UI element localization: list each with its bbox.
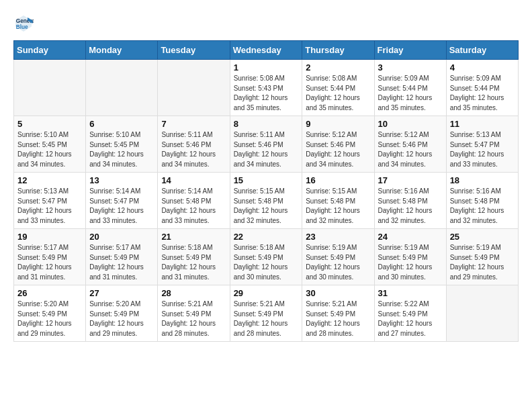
day-number: 28 (161, 288, 226, 298)
day-number: 11 (450, 119, 515, 129)
day-info: Sunrise: 5:09 AM Sunset: 5:44 PM Dayligh… (378, 74, 443, 113)
calendar-cell: 16Sunrise: 5:15 AM Sunset: 5:48 PM Dayli… (302, 173, 374, 229)
page-header: General Blue (13, 13, 519, 34)
calendar-cell: 9Sunrise: 5:12 AM Sunset: 5:46 PM Daylig… (302, 116, 374, 173)
day-number: 1 (234, 62, 299, 73)
calendar-cell: 24Sunrise: 5:19 AM Sunset: 5:49 PM Dayli… (374, 229, 446, 285)
calendar-cell: 21Sunrise: 5:18 AM Sunset: 5:49 PM Dayli… (158, 229, 230, 285)
day-header-saturday: Saturday (446, 41, 518, 60)
day-info: Sunrise: 5:18 AM Sunset: 5:49 PM Dayligh… (161, 243, 226, 282)
day-info: Sunrise: 5:22 AM Sunset: 5:49 PM Dayligh… (378, 300, 443, 338)
day-info: Sunrise: 5:13 AM Sunset: 5:47 PM Dayligh… (17, 187, 82, 226)
day-number: 13 (89, 175, 154, 185)
calendar-cell: 13Sunrise: 5:14 AM Sunset: 5:47 PM Dayli… (86, 173, 158, 229)
day-info: Sunrise: 5:16 AM Sunset: 5:48 PM Dayligh… (450, 187, 515, 226)
day-number: 22 (234, 232, 299, 242)
day-info: Sunrise: 5:10 AM Sunset: 5:45 PM Dayligh… (17, 130, 82, 169)
day-number: 17 (378, 175, 443, 185)
day-number: 27 (89, 288, 154, 298)
day-number: 9 (306, 119, 370, 129)
day-number: 6 (89, 119, 154, 129)
day-number: 2 (306, 62, 370, 73)
day-number: 24 (378, 232, 443, 242)
calendar-cell: 18Sunrise: 5:16 AM Sunset: 5:48 PM Dayli… (446, 173, 518, 229)
calendar-cell: 4Sunrise: 5:09 AM Sunset: 5:44 PM Daylig… (446, 60, 518, 116)
calendar-cell: 7Sunrise: 5:11 AM Sunset: 5:46 PM Daylig… (158, 116, 230, 173)
day-number: 10 (378, 119, 443, 129)
calendar-cell (86, 60, 158, 116)
calendar-week-row: 1Sunrise: 5:08 AM Sunset: 5:43 PM Daylig… (14, 60, 519, 116)
calendar-cell: 25Sunrise: 5:19 AM Sunset: 5:49 PM Dayli… (446, 229, 518, 285)
day-info: Sunrise: 5:20 AM Sunset: 5:49 PM Dayligh… (17, 300, 82, 338)
calendar-cell: 19Sunrise: 5:17 AM Sunset: 5:49 PM Dayli… (14, 229, 86, 285)
calendar-cell: 17Sunrise: 5:16 AM Sunset: 5:48 PM Dayli… (374, 173, 446, 229)
svg-text:Blue: Blue (16, 24, 28, 30)
calendar-cell: 3Sunrise: 5:09 AM Sunset: 5:44 PM Daylig… (374, 60, 446, 116)
day-info: Sunrise: 5:08 AM Sunset: 5:44 PM Dayligh… (306, 74, 370, 113)
day-header-tuesday: Tuesday (158, 41, 230, 60)
day-number: 7 (161, 119, 226, 129)
day-header-friday: Friday (374, 41, 446, 60)
day-number: 26 (17, 288, 82, 298)
calendar-cell: 27Sunrise: 5:20 AM Sunset: 5:49 PM Dayli… (86, 285, 158, 342)
calendar-cell (446, 285, 518, 342)
day-number: 19 (17, 232, 82, 242)
calendar-cell: 8Sunrise: 5:11 AM Sunset: 5:46 PM Daylig… (230, 116, 302, 173)
day-info: Sunrise: 5:12 AM Sunset: 5:46 PM Dayligh… (378, 130, 443, 169)
day-number: 31 (378, 288, 443, 298)
day-header-sunday: Sunday (14, 41, 86, 60)
calendar-week-row: 26Sunrise: 5:20 AM Sunset: 5:49 PM Dayli… (14, 285, 519, 342)
logo-icon: General Blue (13, 13, 34, 34)
calendar-cell: 1Sunrise: 5:08 AM Sunset: 5:43 PM Daylig… (230, 60, 302, 116)
calendar-cell: 29Sunrise: 5:21 AM Sunset: 5:49 PM Dayli… (230, 285, 302, 342)
calendar-header-row: SundayMondayTuesdayWednesdayThursdayFrid… (14, 41, 519, 60)
calendar-cell: 6Sunrise: 5:10 AM Sunset: 5:45 PM Daylig… (86, 116, 158, 173)
day-number: 21 (161, 232, 226, 242)
calendar-cell: 22Sunrise: 5:18 AM Sunset: 5:49 PM Dayli… (230, 229, 302, 285)
calendar-cell: 26Sunrise: 5:20 AM Sunset: 5:49 PM Dayli… (14, 285, 86, 342)
day-info: Sunrise: 5:18 AM Sunset: 5:49 PM Dayligh… (234, 243, 299, 282)
calendar-cell: 11Sunrise: 5:13 AM Sunset: 5:47 PM Dayli… (446, 116, 518, 173)
day-info: Sunrise: 5:16 AM Sunset: 5:48 PM Dayligh… (378, 187, 443, 226)
day-info: Sunrise: 5:13 AM Sunset: 5:47 PM Dayligh… (450, 130, 515, 169)
day-number: 12 (17, 175, 82, 185)
day-number: 23 (306, 232, 370, 242)
day-number: 8 (234, 119, 299, 129)
calendar-cell: 15Sunrise: 5:15 AM Sunset: 5:48 PM Dayli… (230, 173, 302, 229)
day-number: 4 (450, 62, 515, 73)
calendar-cell: 5Sunrise: 5:10 AM Sunset: 5:45 PM Daylig… (14, 116, 86, 173)
day-header-monday: Monday (86, 41, 158, 60)
day-info: Sunrise: 5:09 AM Sunset: 5:44 PM Dayligh… (450, 74, 515, 113)
calendar-cell: 20Sunrise: 5:17 AM Sunset: 5:49 PM Dayli… (86, 229, 158, 285)
day-info: Sunrise: 5:19 AM Sunset: 5:49 PM Dayligh… (378, 243, 443, 282)
logo: General Blue (13, 13, 36, 34)
calendar-cell: 31Sunrise: 5:22 AM Sunset: 5:49 PM Dayli… (374, 285, 446, 342)
calendar-table: SundayMondayTuesdayWednesdayThursdayFrid… (13, 40, 519, 342)
day-number: 16 (306, 175, 370, 185)
calendar-cell (14, 60, 86, 116)
day-info: Sunrise: 5:21 AM Sunset: 5:49 PM Dayligh… (306, 300, 370, 338)
calendar-cell: 30Sunrise: 5:21 AM Sunset: 5:49 PM Dayli… (302, 285, 374, 342)
day-info: Sunrise: 5:19 AM Sunset: 5:49 PM Dayligh… (306, 243, 370, 282)
calendar-cell: 2Sunrise: 5:08 AM Sunset: 5:44 PM Daylig… (302, 60, 374, 116)
calendar-week-row: 5Sunrise: 5:10 AM Sunset: 5:45 PM Daylig… (14, 116, 519, 173)
calendar-cell: 23Sunrise: 5:19 AM Sunset: 5:49 PM Dayli… (302, 229, 374, 285)
calendar-cell: 12Sunrise: 5:13 AM Sunset: 5:47 PM Dayli… (14, 173, 86, 229)
day-info: Sunrise: 5:17 AM Sunset: 5:49 PM Dayligh… (89, 243, 154, 282)
day-info: Sunrise: 5:11 AM Sunset: 5:46 PM Dayligh… (234, 130, 299, 169)
day-info: Sunrise: 5:21 AM Sunset: 5:49 PM Dayligh… (234, 300, 299, 338)
day-info: Sunrise: 5:14 AM Sunset: 5:47 PM Dayligh… (89, 187, 154, 226)
day-info: Sunrise: 5:15 AM Sunset: 5:48 PM Dayligh… (306, 187, 370, 226)
day-number: 29 (234, 288, 299, 298)
day-info: Sunrise: 5:14 AM Sunset: 5:48 PM Dayligh… (161, 187, 226, 226)
day-number: 5 (17, 119, 82, 129)
day-number: 14 (161, 175, 226, 185)
day-header-wednesday: Wednesday (230, 41, 302, 60)
day-number: 18 (450, 175, 515, 185)
day-info: Sunrise: 5:17 AM Sunset: 5:49 PM Dayligh… (17, 243, 82, 282)
day-info: Sunrise: 5:15 AM Sunset: 5:48 PM Dayligh… (234, 187, 299, 226)
day-number: 25 (450, 232, 515, 242)
calendar-cell (158, 60, 230, 116)
day-number: 3 (378, 62, 443, 73)
day-info: Sunrise: 5:21 AM Sunset: 5:49 PM Dayligh… (161, 300, 226, 338)
